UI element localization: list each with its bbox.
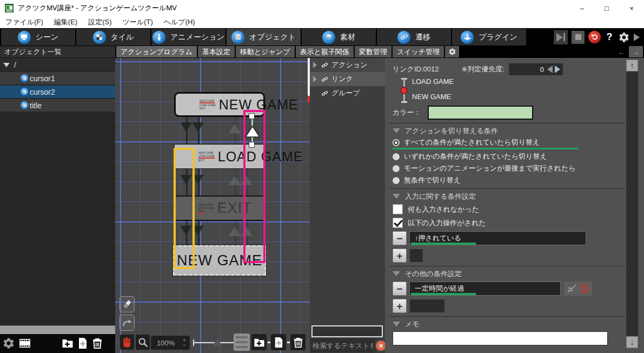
collapse-icon[interactable] (393, 194, 400, 199)
structure-item-action[interactable]: アクション (310, 58, 385, 72)
menu-settings[interactable]: 設定(S) (83, 16, 117, 28)
tab-move-jump[interactable]: 移動とジャンプ (236, 46, 295, 57)
help-button[interactable]: ? (605, 31, 614, 43)
menu-file[interactable]: ファイル(F) (0, 16, 49, 28)
nav-back-button[interactable]: ← (615, 46, 629, 57)
radio-icon[interactable] (393, 153, 400, 160)
tab-animation[interactable]: アニメーション (151, 29, 225, 45)
sidebar-hscrollbar[interactable] (0, 325, 115, 334)
input-condition-dropdown[interactable]: ↑押されている (409, 231, 586, 245)
reset-button[interactable] (588, 31, 601, 43)
section-switch-condition[interactable]: アクションを切り替える条件 (393, 126, 618, 135)
collapse-icon[interactable] (393, 128, 400, 133)
edit-disabled-icon[interactable] (566, 283, 577, 295)
structure-item-link[interactable]: リンク (310, 72, 385, 86)
radio-icon[interactable] (393, 177, 400, 184)
empty-condition-slot[interactable] (409, 249, 423, 263)
tab-display-parent[interactable]: 表示と親子関係 (296, 46, 354, 57)
radio-motion-finished[interactable]: モーションのアニメーションが最後まで実行されたら (393, 164, 618, 173)
tab-object[interactable]: オブジェクト (227, 29, 301, 45)
nav-forward-button[interactable]: → (629, 46, 643, 57)
checkbox-icon[interactable] (393, 204, 403, 214)
chevron-right-icon[interactable] (313, 62, 317, 68)
action-program-canvas[interactable]: NEW GAME LOAD GAME EXIT NEW GAME NEW GAM… (115, 58, 310, 353)
zoom-slider-handle[interactable] (213, 338, 222, 346)
spinner-decrease-icon[interactable] (547, 66, 553, 73)
add-condition-button[interactable]: + (393, 299, 407, 313)
tab-switch-mgmt[interactable]: スイッチ管理 (393, 46, 444, 57)
menu-tools[interactable]: ツール(T) (117, 16, 158, 28)
zoom-level-control[interactable]: 100% + − (151, 336, 190, 350)
tree-item-title[interactable]: title (0, 99, 115, 112)
maximize-button[interactable]: □ (594, 0, 619, 16)
collapse-icon[interactable] (393, 271, 400, 276)
collapse-icon[interactable] (3, 63, 10, 67)
radio-icon[interactable] (393, 165, 400, 172)
settings-button[interactable] (618, 31, 630, 43)
play-button[interactable] (554, 30, 568, 44)
minimize-button[interactable]: – (569, 0, 594, 16)
link-handle-bottom[interactable] (249, 142, 255, 148)
radio-any-condition[interactable]: いずれかの条件が満たされていたら切り替え (393, 152, 618, 161)
section-input-condition[interactable]: 入力に関する条件設定 (393, 192, 618, 201)
eraser-tool-button[interactable] (119, 296, 135, 312)
tree-item-cursor2[interactable]: cursor2 (0, 86, 115, 98)
add-object-button[interactable] (76, 337, 89, 350)
stop-button[interactable] (572, 31, 585, 44)
radio-unconditional[interactable]: 無条件で切り替え (393, 175, 618, 185)
search-input[interactable] (310, 338, 375, 352)
priority-spinner[interactable]: 0 (509, 63, 563, 75)
section-other-condition[interactable]: その他の条件設定 (393, 269, 618, 278)
zoom-tool-button[interactable] (136, 335, 150, 350)
object-settings-button[interactable] (2, 337, 15, 350)
prohibit-icon[interactable] (579, 283, 590, 295)
radio-selected-icon[interactable] (393, 139, 400, 146)
radio-all-conditions[interactable]: すべての条件が満たされていたら切り替え (393, 138, 618, 147)
inspector-scrollbar[interactable]: ↑ ↓ (626, 60, 638, 348)
link-handle-top[interactable] (249, 113, 255, 119)
delete-object-button[interactable] (91, 337, 104, 350)
tab-variable-mgmt[interactable]: 変数管理 (355, 46, 391, 57)
spinner-increase-icon[interactable] (555, 66, 560, 73)
tab-settings-button[interactable] (445, 46, 459, 57)
menu-edit[interactable]: 編集(E) (49, 16, 83, 28)
tree-item-cursor1[interactable]: cursor1 (0, 72, 115, 84)
checkbox-checked-icon[interactable] (393, 218, 403, 228)
yellow-selection-rect[interactable] (174, 148, 195, 269)
memo-input[interactable] (393, 331, 608, 345)
tab-transition[interactable]: 遷移 (377, 29, 451, 45)
tab-action-program[interactable]: アクションプログラム (116, 46, 197, 57)
zoom-stepper[interactable]: + − (181, 338, 188, 348)
tab-basic-settings[interactable]: 基本設定 (198, 46, 235, 57)
link-color-swatch[interactable] (428, 106, 533, 120)
hand-tool-button[interactable] (120, 335, 134, 350)
add-action-folder-button[interactable] (251, 334, 267, 350)
checkbox-input-operation[interactable]: 以下の入力操作がされた (393, 218, 618, 228)
checkbox-no-input[interactable]: 何も入力されなかった (393, 204, 618, 214)
animation-frames-button[interactable] (18, 337, 31, 350)
close-button[interactable]: × (619, 0, 644, 16)
object-tree-root[interactable]: / (0, 58, 115, 71)
chevron-right-icon[interactable] (313, 76, 317, 82)
collapse-icon[interactable] (393, 322, 400, 326)
curve-link-tool-button[interactable] (119, 315, 135, 331)
tab-scene[interactable]: シーン (1, 29, 75, 45)
tab-material[interactable]: 素材 (302, 29, 376, 45)
menu-help[interactable]: ヘルプ(H) (158, 16, 201, 28)
empty-condition-slot[interactable] (409, 299, 445, 313)
layer-list-button[interactable] (234, 334, 250, 351)
link-direction-arrow[interactable] (244, 125, 261, 138)
remove-condition-button[interactable]: − (393, 282, 407, 296)
scroll-down-button[interactable]: ↓ (626, 336, 638, 348)
remove-condition-button[interactable]: − (393, 231, 407, 245)
scroll-up-button[interactable]: ↑ (626, 60, 638, 71)
step-button[interactable] (634, 34, 640, 41)
zoom-out-button[interactable]: − (183, 343, 186, 348)
other-condition-dropdown[interactable]: 一定時間が経過 (409, 282, 561, 296)
add-folder-button[interactable] (61, 337, 74, 350)
tab-tile[interactable]: タイル (76, 29, 150, 45)
tab-plugin[interactable]: プラグイン (452, 29, 526, 45)
add-condition-button[interactable]: + (393, 249, 407, 263)
section-memo[interactable]: メモ (393, 319, 618, 329)
delete-action-button[interactable] (290, 334, 306, 350)
